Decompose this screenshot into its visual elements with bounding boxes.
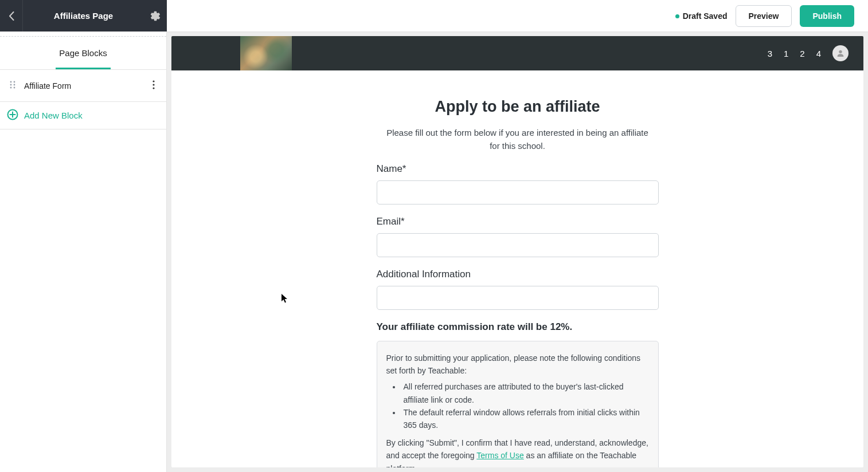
svg-point-0 (10, 81, 12, 82)
commission-rate: Your affiliate commission rate will be 1… (377, 321, 659, 333)
preview-canvas: 3 1 2 4 Apply to be an affiliate Please … (171, 36, 863, 467)
publish-button[interactable]: Publish (800, 5, 854, 27)
terms-bullet-1: All referred purchases are attributed to… (401, 380, 649, 406)
tab-label: Page Blocks (59, 48, 107, 58)
terms-of-use-link[interactable]: Terms of Use (476, 451, 523, 460)
add-block-label: Add New Block (24, 111, 83, 120)
gear-icon (150, 10, 161, 22)
back-button[interactable] (0, 0, 23, 32)
sidebar: Page Blocks Affiliate Form Add New Block (0, 32, 167, 472)
name-input[interactable] (377, 180, 659, 204)
terms-list: All referred purchases are attributed to… (401, 380, 649, 432)
nav-link-3[interactable]: 2 (800, 49, 804, 58)
block-more-button[interactable] (150, 78, 157, 94)
page-title: Affiliates Page (23, 11, 144, 21)
draft-status-label: Draft Saved (683, 11, 728, 21)
email-label: Email* (377, 216, 659, 227)
nav-link-1[interactable]: 3 (768, 49, 772, 58)
additional-input[interactable] (377, 286, 659, 310)
svg-point-8 (153, 87, 154, 89)
nav-link-4[interactable]: 4 (816, 49, 821, 58)
terms-box: Prior to submitting your application, pl… (377, 341, 659, 468)
status-dot-icon (675, 14, 679, 18)
tab-page-blocks[interactable]: Page Blocks (56, 37, 110, 69)
svg-point-6 (153, 80, 154, 82)
svg-point-7 (153, 84, 154, 85)
svg-point-10 (839, 50, 842, 53)
user-icon (836, 49, 845, 58)
avatar[interactable] (832, 45, 849, 61)
site-logo[interactable] (240, 36, 292, 70)
block-item-affiliate-form[interactable]: Affiliate Form (0, 70, 166, 102)
terms-intro: Prior to submitting your application, pl… (386, 352, 649, 377)
editor-header-left: Affiliates Page (0, 0, 167, 32)
block-label: Affiliate Form (24, 81, 142, 91)
additional-label: Additional Information (377, 269, 659, 280)
svg-point-3 (14, 84, 15, 85)
add-block-button[interactable]: Add New Block (0, 102, 166, 129)
editor-header-right: Draft Saved Preview Publish (167, 0, 868, 32)
email-input[interactable] (377, 233, 659, 257)
sidebar-tabs: Page Blocks (0, 37, 166, 70)
field-additional: Additional Information (377, 269, 659, 310)
canvas: 3 1 2 4 Apply to be an affiliate Please … (167, 32, 868, 472)
form-subtitle: Please fill out the form below if you ar… (383, 126, 652, 153)
field-email: Email* (377, 216, 659, 257)
affiliate-form: Apply to be an affiliate Please fill out… (171, 70, 863, 467)
drag-handle-icon[interactable] (9, 80, 16, 92)
preview-button[interactable]: Preview (736, 5, 792, 27)
main-layout: Page Blocks Affiliate Form Add New Block (0, 32, 868, 472)
editor-header: Affiliates Page Draft Saved Preview Publ… (0, 0, 868, 32)
chevron-left-icon (9, 11, 14, 21)
draft-status: Draft Saved (675, 11, 728, 21)
svg-point-5 (14, 86, 15, 88)
site-nav: 3 1 2 4 (768, 45, 849, 61)
terms-accept: By clicking "Submit", I confirm that I h… (386, 436, 649, 467)
svg-point-2 (10, 84, 12, 85)
nav-link-2[interactable]: 1 (784, 49, 788, 58)
field-name: Name* (377, 163, 659, 204)
svg-point-4 (10, 86, 12, 88)
svg-point-1 (14, 81, 15, 82)
plus-circle-icon (7, 109, 18, 123)
more-vertical-icon (153, 80, 155, 89)
name-label: Name* (377, 163, 659, 175)
site-header: 3 1 2 4 (171, 36, 863, 70)
terms-bullet-2: The default referral window allows refer… (401, 406, 649, 432)
form-title: Apply to be an affiliate (377, 98, 659, 116)
dashed-divider (0, 32, 166, 37)
settings-button[interactable] (144, 0, 167, 32)
